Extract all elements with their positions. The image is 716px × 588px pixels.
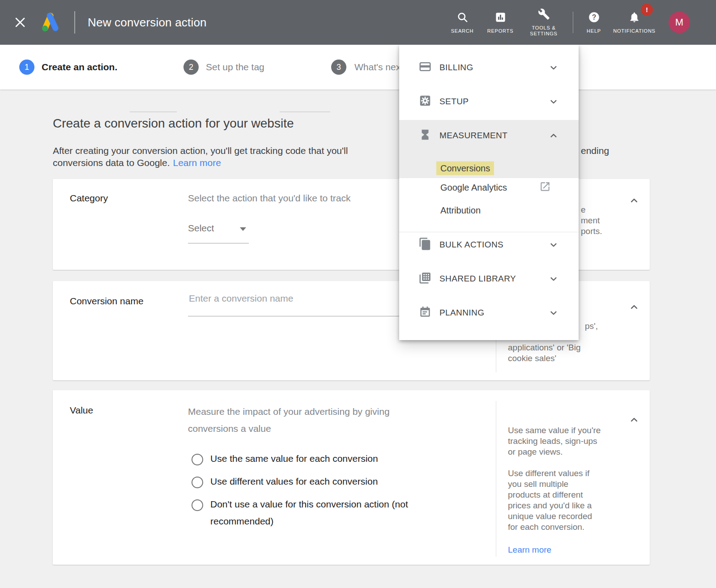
step-3-circle: 3: [331, 60, 346, 75]
reports-button[interactable]: REPORTS: [483, 0, 517, 45]
notifications-label: NOTIFICATIONS: [613, 28, 656, 34]
chevron-up-icon: [548, 130, 559, 141]
conversion-name-label: Conversion name: [70, 296, 144, 307]
attribution-label: Attribution: [436, 203, 485, 217]
avatar[interactable]: M: [669, 12, 690, 33]
option-no-value-label[interactable]: Don't use a value for this conversion ac…: [210, 496, 408, 530]
library-grid-icon: [418, 271, 432, 286]
menu-item-shared-library[interactable]: SHARED LIBRARY: [399, 262, 579, 296]
option-line: recommended): [210, 513, 408, 530]
option-same-value-label[interactable]: Use the same value for each conversion: [210, 450, 378, 467]
help-label: HELP: [587, 28, 601, 34]
value-learn-more-link[interactable]: Learn more: [508, 545, 551, 555]
menu-item-label: PLANNING: [439, 308, 484, 318]
value-help-paragraph-1: Use same value if you're tracking leads,…: [508, 425, 620, 457]
value-description-line-2: conversions a value: [188, 423, 271, 434]
help-line: tracking leads, sign-ups: [508, 436, 620, 447]
name-help-fragment: cookie sales': [508, 354, 556, 363]
help-button[interactable]: ? HELP: [577, 0, 611, 45]
close-button[interactable]: [13, 15, 28, 30]
topbar-divider: [74, 11, 75, 34]
copy-stack-icon: [418, 237, 432, 252]
svg-text:?: ?: [592, 13, 596, 21]
radio-no-value[interactable]: [192, 499, 203, 511]
tools-settings-button[interactable]: TOOLS & SETTINGS: [524, 0, 563, 45]
step-3-label: What's next: [354, 45, 403, 89]
help-line: Use same value if you're: [508, 425, 620, 436]
collapse-chevron-up-icon[interactable]: [627, 413, 641, 427]
help-panel-divider: [496, 401, 496, 557]
category-description: Select the action that you'd like to tra…: [188, 193, 351, 204]
menu-item-label: MEASUREMENT: [439, 131, 507, 141]
search-button[interactable]: SEARCH: [445, 0, 479, 45]
page-title: New conversion action: [88, 0, 207, 45]
value-description-line-1: Measure the impact of your advertising b…: [188, 406, 390, 417]
step-1-label: Create an action.: [42, 45, 117, 89]
menu-subitem-attribution[interactable]: Attribution: [399, 199, 579, 222]
option-line: Don't use a value for this conversion ac…: [210, 496, 408, 513]
google-ads-logo-icon: [38, 13, 60, 32]
category-label: Category: [70, 193, 108, 204]
chevron-down-icon: [548, 239, 559, 251]
google-ads-new-conversion-screen: New conversion action SEARCH REPORTS TOO…: [0, 0, 716, 588]
category-help-fragment: ports.: [581, 226, 602, 236]
tools-settings-menu: BILLING SETUP: [399, 45, 579, 340]
wrench-icon: [538, 8, 550, 21]
collapse-chevron-up-icon[interactable]: [627, 194, 641, 208]
option-line: Use different values for each conversion: [210, 473, 378, 490]
reports-label: REPORTS: [487, 28, 514, 34]
stepper: 1 Create an action. 2 Set up the tag 3 W…: [0, 45, 716, 89]
help-line: Use different values if: [508, 468, 620, 479]
notifications-button[interactable]: NOTIFICATIONS !: [609, 0, 660, 45]
top-app-bar: New conversion action SEARCH REPORTS TOO…: [0, 0, 716, 45]
search-icon: [456, 11, 469, 25]
menu-item-measurement[interactable]: MEASUREMENT: [399, 119, 579, 153]
option-line: Use the same value for each conversion: [210, 450, 378, 467]
collapse-chevron-up-icon[interactable]: [627, 301, 641, 314]
menu-item-label: BULK ACTIONS: [439, 240, 503, 250]
help-line: you sell multiple: [508, 479, 620, 490]
intro-line-1-tail-fragment: ending: [581, 145, 609, 156]
category-help-fragment: ment: [581, 216, 600, 226]
help-line: for each conversion.: [508, 522, 620, 533]
step-connector: [280, 111, 330, 112]
option-different-values-label[interactable]: Use different values for each conversion: [210, 473, 378, 490]
select-underline: [188, 243, 249, 243]
value-help-paragraph-2: Use different values if you sell multipl…: [508, 468, 620, 533]
notification-badge: !: [641, 4, 653, 16]
intro-line-2-text: conversions data to Google.: [53, 158, 170, 168]
help-line: or page views.: [508, 447, 620, 457]
menu-item-label: SHARED LIBRARY: [439, 274, 516, 284]
menu-item-planning[interactable]: PLANNING: [399, 296, 579, 330]
value-label: Value: [70, 405, 93, 416]
avatar-initial: M: [675, 17, 683, 28]
hourglass-icon: [418, 128, 432, 143]
menu-item-billing[interactable]: BILLING: [399, 51, 579, 85]
menu-item-setup[interactable]: SETUP: [399, 85, 579, 119]
close-icon: [13, 25, 28, 31]
step-2-circle: 2: [183, 60, 199, 75]
chevron-down-icon: [548, 273, 559, 285]
conversions-highlighted-label: Conversions: [436, 161, 494, 175]
menu-subitem-google-analytics[interactable]: Google Analytics: [399, 176, 579, 199]
topbar-actions-divider: [573, 12, 573, 33]
radio-same-value[interactable]: [192, 454, 203, 465]
chevron-down-icon: [548, 307, 559, 319]
gear-icon: [418, 94, 432, 109]
menu-item-label: BILLING: [439, 63, 473, 72]
credit-card-icon: [418, 60, 432, 75]
chevron-down-icon: [548, 96, 559, 107]
value-card: Value Measure the impact of your adverti…: [53, 390, 650, 565]
google-analytics-label: Google Analytics: [436, 180, 511, 194]
radio-different-values[interactable]: [192, 477, 203, 488]
external-link-icon: [539, 181, 551, 194]
intro-line-2: conversions data to Google.Learn more: [53, 158, 221, 168]
search-label: SEARCH: [451, 28, 474, 34]
menu-item-label: SETUP: [439, 97, 469, 107]
step-2-label: Set up the tag: [206, 45, 264, 89]
menu-item-bulk-actions[interactable]: BULK ACTIONS: [399, 228, 579, 262]
reports-icon: [494, 11, 507, 25]
name-help-fragment: ps',: [585, 321, 598, 331]
learn-more-link[interactable]: Learn more: [173, 158, 221, 168]
category-select[interactable]: Select: [188, 223, 214, 234]
